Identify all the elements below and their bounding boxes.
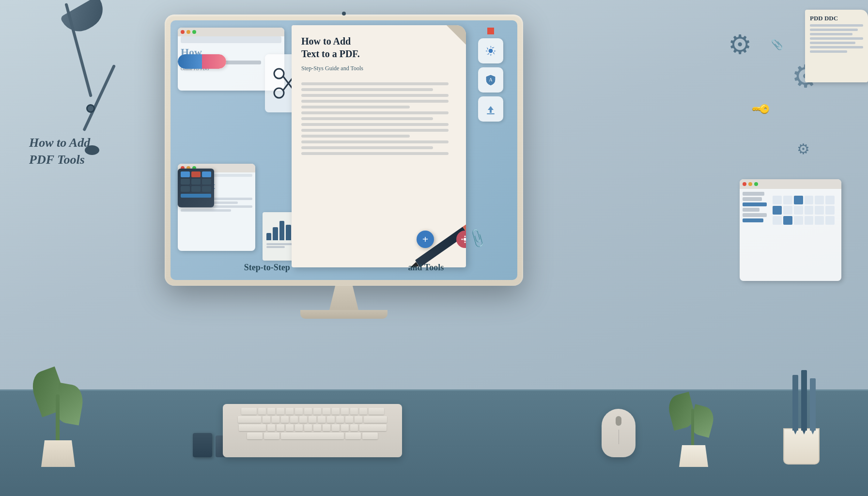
doc-line-4 <box>301 100 449 103</box>
key-f[interactable] <box>290 416 298 423</box>
key-d[interactable] <box>281 416 289 423</box>
key-g[interactable] <box>299 416 307 423</box>
cal-btn-yellow[interactable] <box>748 182 752 186</box>
doc-line-7 <box>301 117 433 120</box>
bar4 <box>286 225 291 241</box>
calc-btn3[interactable] <box>202 171 211 177</box>
cal-btn-red[interactable] <box>743 182 746 186</box>
pen-container <box>403 221 466 267</box>
key-enter[interactable] <box>364 416 387 423</box>
key-alt-r[interactable] <box>345 433 361 439</box>
key-y[interactable] <box>304 408 312 415</box>
svg-point-0 <box>274 69 284 78</box>
toolbar-icon-gear[interactable] <box>478 38 503 63</box>
key-caps[interactable] <box>238 416 261 423</box>
toolbar-icon-upload[interactable] <box>478 96 503 122</box>
paperclip-icon: 📎 <box>466 227 489 249</box>
key-comma[interactable] <box>332 424 340 431</box>
key-quote[interactable] <box>355 416 362 423</box>
key-slash[interactable] <box>350 424 358 431</box>
key-alt-l[interactable] <box>264 433 279 439</box>
plant-stem-right <box>691 409 694 448</box>
key-ctrl-l[interactable] <box>247 433 263 439</box>
key-space[interactable] <box>281 433 344 439</box>
key-semi[interactable] <box>345 416 353 423</box>
key-row-3 <box>227 424 398 431</box>
key-k[interactable] <box>327 416 335 423</box>
bottom-label-left: Step-to-Step <box>244 263 290 273</box>
key-u[interactable] <box>313 408 321 415</box>
pencil-3 <box>810 378 816 431</box>
cc5 <box>815 196 824 204</box>
key-bracket1[interactable] <box>350 408 358 415</box>
calc-btn7[interactable] <box>181 186 190 192</box>
browser-titlebar-small <box>178 28 284 36</box>
key-q[interactable] <box>258 408 266 415</box>
calc-btn4[interactable] <box>181 179 190 185</box>
key-m[interactable] <box>323 424 330 431</box>
key-h[interactable] <box>309 416 316 423</box>
monitor-camera <box>342 12 346 16</box>
key-shift-l[interactable] <box>239 424 266 431</box>
key-o[interactable] <box>332 408 340 415</box>
calc-btn2[interactable] <box>191 171 201 177</box>
key-tab[interactable] <box>241 408 257 415</box>
key-p[interactable] <box>341 408 349 415</box>
key-t[interactable] <box>295 408 303 415</box>
monitor: How Online PD PDG <box>165 15 523 320</box>
lamp-arm-2 <box>82 64 116 131</box>
toolbar-top-dot <box>487 28 494 34</box>
key-l[interactable] <box>336 416 344 423</box>
keys-icon: 🔑 <box>750 98 772 120</box>
key-shift-r[interactable] <box>359 424 387 431</box>
browser-address-small <box>181 36 281 43</box>
key-j[interactable] <box>318 416 326 423</box>
mouse-divider <box>619 430 619 444</box>
btn-minimize-small[interactable] <box>186 30 190 34</box>
calc-btn8[interactable] <box>191 186 201 192</box>
cc6 <box>825 196 835 204</box>
key-i[interactable] <box>323 408 330 415</box>
btn-close-small[interactable] <box>181 30 185 34</box>
s5 <box>743 213 767 217</box>
chart-line2 <box>266 246 285 248</box>
pdf-doc-right: PDD DDC <box>805 10 868 82</box>
pdf-line5 <box>810 42 855 44</box>
link-icon: 📎 <box>771 39 783 50</box>
btn-expand-small[interactable] <box>192 30 196 34</box>
key-row-4 <box>227 433 398 439</box>
calc-btn9[interactable] <box>202 186 211 192</box>
lamp-joint <box>86 104 95 113</box>
cc7 <box>773 206 782 215</box>
monitor-stand <box>329 286 358 310</box>
key-a[interactable] <box>263 416 270 423</box>
mouse-wheel <box>616 416 621 426</box>
add-button[interactable]: + <box>417 231 434 248</box>
key-x[interactable] <box>277 424 284 431</box>
key-ctrl-r[interactable] <box>362 433 378 439</box>
doc-line-6 <box>301 111 449 114</box>
cal-btn-green[interactable] <box>754 182 758 186</box>
cc16 <box>805 216 814 225</box>
key-v[interactable] <box>295 424 303 431</box>
cc13 <box>773 216 782 225</box>
toolbar-icon-shield[interactable]: A <box>478 67 503 93</box>
key-z[interactable] <box>267 424 275 431</box>
key-s[interactable] <box>272 416 279 423</box>
key-bracket2[interactable] <box>359 408 367 415</box>
key-e[interactable] <box>277 408 284 415</box>
key-w[interactable] <box>267 408 275 415</box>
keyboard <box>223 404 402 457</box>
calc-btn1[interactable] <box>181 171 190 177</box>
key-period[interactable] <box>341 424 349 431</box>
key-n[interactable] <box>313 424 321 431</box>
doc-subtitle: Step-Stys Guide and Tools <box>292 65 466 77</box>
key-c[interactable] <box>286 424 294 431</box>
calendar-titlebar <box>740 179 841 189</box>
calc-btn5[interactable] <box>191 179 201 185</box>
calc-btn6[interactable] <box>202 179 211 185</box>
key-r[interactable] <box>286 408 294 415</box>
key-backspace[interactable] <box>369 408 384 415</box>
key-b[interactable] <box>304 424 312 431</box>
cc8 <box>783 206 792 215</box>
